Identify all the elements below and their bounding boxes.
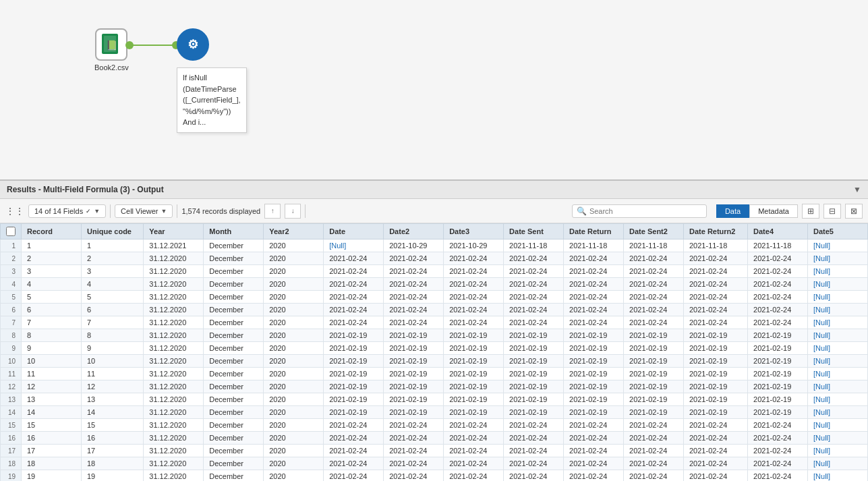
cell-value: 2021-02-24	[564, 470, 624, 482]
export-button[interactable]: ⊟	[823, 204, 841, 219]
cell-value: 2021-02-24	[504, 445, 564, 457]
cell-value: 2021-02-19	[684, 393, 748, 406]
cell-value: 2021-02-19	[684, 329, 748, 342]
cell-value: 2020	[264, 304, 324, 316]
row-number: 15	[1, 419, 22, 432]
cell-value: 2021-02-24	[384, 278, 444, 291]
fields-selector-button[interactable]: 14 of 14 Fields ✓ ▼	[28, 204, 106, 218]
cell-value: [Null]	[808, 393, 868, 406]
cell-value: 2020	[264, 265, 324, 278]
copy-button[interactable]: ⊞	[802, 204, 819, 219]
cell-value: 2021-02-24	[564, 265, 624, 278]
cell-value: 2020	[264, 393, 324, 406]
cell-value: 2021-02-24	[444, 304, 504, 316]
row-number: 11	[1, 368, 22, 380]
search-input[interactable]	[589, 207, 691, 215]
cell-value: 2021-02-24	[684, 252, 748, 265]
null-value: [Null]	[813, 318, 830, 327]
table-row: 55531.12.2020December20202021-02-242021-…	[1, 291, 868, 304]
cell-value: 2021-02-24	[748, 265, 808, 278]
cell-value: 2021-02-19	[444, 329, 504, 342]
table-row: 13131331.12.2020December20202021-02-1920…	[1, 393, 868, 406]
cell-value: 2021-02-19	[504, 329, 564, 342]
cell-value: 8	[81, 329, 143, 342]
cell-value: December	[204, 380, 264, 393]
arrow-up-button[interactable]: ↑	[264, 204, 281, 219]
table-row: 66631.12.2020December20202021-02-242021-…	[1, 304, 868, 316]
cell-value: [Null]	[808, 470, 868, 482]
cell-value: 19	[22, 470, 82, 482]
cell-value: 2021-02-19	[504, 406, 564, 419]
cell-value: 31.12.2020	[144, 316, 204, 329]
collapse-icon[interactable]: ▼	[853, 185, 861, 194]
cell-value: 5	[81, 291, 143, 304]
cell-value: 2020	[264, 329, 324, 342]
cell-value: 2021-02-19	[444, 355, 504, 368]
cell-value: 6	[22, 304, 82, 316]
cell-value: 31.12.2020	[144, 419, 204, 432]
null-value: [Null]	[813, 344, 830, 352]
cell-value: 2021-02-24	[624, 445, 684, 457]
formula-icon: ⚙	[177, 28, 209, 61]
cell-value: [Null]	[808, 445, 868, 457]
cell-value: 2021-02-24	[564, 304, 624, 316]
null-value: [Null]	[813, 357, 830, 365]
tab-data[interactable]: Data	[716, 204, 749, 218]
cell-value: 2021-10-29	[444, 239, 504, 252]
cell-value: 2021-02-19	[624, 393, 684, 406]
cell-value: December	[204, 316, 264, 329]
cell-value: 2021-02-24	[444, 278, 504, 291]
cell-value: 2021-02-24	[684, 291, 748, 304]
cell-value: 2020	[264, 291, 324, 304]
cell-value: [Null]	[808, 380, 868, 393]
cell-value: 2021-02-24	[624, 470, 684, 482]
cell-value: 19	[81, 470, 143, 482]
cell-value: [Null]	[808, 368, 868, 380]
th-date-return: Date Return	[564, 224, 624, 239]
cell-value: 2021-02-19	[748, 393, 808, 406]
cell-value: 2021-02-19	[748, 355, 808, 368]
arrow-down-button[interactable]: ↓	[285, 204, 301, 219]
null-value: [Null]	[329, 242, 346, 250]
null-value: [Null]	[813, 421, 830, 429]
cell-value: 2021-02-24	[564, 445, 624, 457]
search-box[interactable]: 🔍	[572, 204, 707, 218]
records-label: 1,574 records displayed	[181, 207, 260, 215]
cell-value: 2021-02-24	[624, 304, 684, 316]
tab-metadata[interactable]: Metadata	[749, 204, 798, 218]
null-value: [Null]	[813, 280, 830, 288]
fields-label: 14 of 14 Fields	[34, 207, 83, 215]
cell-value: 2021-02-24	[384, 316, 444, 329]
formula-node[interactable]: ⚙	[177, 28, 209, 61]
table-container[interactable]: Record Unique code Year Month Year2 Date…	[0, 223, 868, 481]
cell-value: 2021-02-19	[384, 368, 444, 380]
cell-value: 2021-02-24	[504, 316, 564, 329]
settings-button[interactable]: ⊠	[845, 204, 863, 219]
select-all-checkbox[interactable]	[6, 227, 16, 236]
cell-value: 2021-02-24	[384, 265, 444, 278]
cell-value: 2021-02-19	[564, 342, 624, 355]
cell-viewer-button[interactable]: Cell Viewer ▼	[115, 204, 173, 218]
cell-value: 2	[22, 252, 82, 265]
cell-value: 31.12.2020	[144, 291, 204, 304]
cell-value: 2	[81, 252, 143, 265]
cell-value: 2021-02-19	[684, 368, 748, 380]
cell-value: 2021-02-19	[504, 368, 564, 380]
book2csv-node[interactable]: 📗 Book2.csv	[94, 28, 129, 72]
cell-value: 2021-02-24	[384, 457, 444, 470]
th-date-sent2: Date Sent2	[624, 224, 684, 239]
cell-viewer-chevron: ▼	[161, 208, 167, 215]
cell-value: [Null]	[808, 432, 868, 445]
table-row: 18181831.12.2020December20202021-02-2420…	[1, 457, 868, 470]
cell-value: December	[204, 355, 264, 368]
cell-value: 2021-02-24	[684, 419, 748, 432]
cell-value: December	[204, 368, 264, 380]
cell-value: December	[204, 419, 264, 432]
cell-value: 2021-02-19	[504, 355, 564, 368]
cell-value: 2021-11-18	[684, 239, 748, 252]
cell-value: 2021-02-24	[384, 304, 444, 316]
cell-value: [Null]	[808, 291, 868, 304]
table-body: 11131.12.2021December2020[Null]2021-10-2…	[1, 239, 868, 482]
cell-value: 2020	[264, 355, 324, 368]
results-title: Results - Multi-Field Formula (3) - Outp…	[7, 185, 164, 194]
